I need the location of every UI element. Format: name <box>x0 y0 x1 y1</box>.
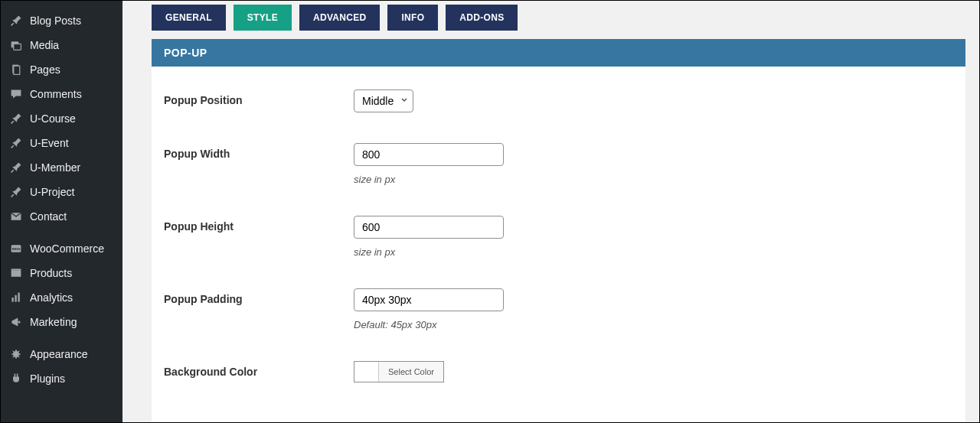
sidebar-item-label: Appearance <box>30 348 88 360</box>
sidebar-item-label: U-Course <box>30 112 76 125</box>
background-color-label: Background Color <box>164 361 354 378</box>
section-title: POP-UP <box>152 39 965 67</box>
popup-height-label: Popup Height <box>164 216 354 233</box>
select-color-button[interactable]: Select Color <box>379 362 443 382</box>
mail-icon <box>8 210 24 223</box>
svg-text:woo: woo <box>11 246 21 251</box>
popup-position-row: Popup Position Middle <box>164 89 953 112</box>
sidebar-item-label: Analytics <box>30 291 73 304</box>
svg-rect-1 <box>14 44 21 50</box>
sidebar-item-u-course[interactable]: U-Course <box>1 106 122 131</box>
settings-panel: POP-UP Popup Position Middle Popup <box>152 39 965 422</box>
popup-padding-hint: Default: 45px 30px <box>354 319 504 330</box>
sidebar-item-media[interactable]: Media <box>1 33 122 57</box>
sidebar-item-label: Contact <box>30 210 67 223</box>
sidebar-item-label: U-Event <box>30 137 69 149</box>
sidebar-item-analytics[interactable]: Analytics <box>1 285 122 310</box>
pin-icon <box>8 15 24 27</box>
svg-rect-12 <box>15 295 16 302</box>
main-content: GENERALSTYLEADVANCEDINFOADD-ONS POP-UP P… <box>122 1 979 422</box>
sidebar-item-contact[interactable]: Contact <box>1 204 122 229</box>
popup-height-input[interactable] <box>354 216 504 239</box>
sidebar-item-products[interactable]: Products <box>1 261 122 285</box>
pin-icon <box>8 161 24 174</box>
page-icon <box>8 63 24 76</box>
sidebar-item-label: Products <box>30 267 72 279</box>
sidebar-item-pages[interactable]: Pages <box>1 57 122 82</box>
sidebar-item-woocommerce[interactable]: wooWooCommerce <box>1 236 122 261</box>
pin-icon <box>8 186 24 198</box>
tab-info[interactable]: INFO <box>387 5 438 31</box>
background-color-row: Background Color Select Color <box>164 361 953 382</box>
settings-tabs: GENERALSTYLEADVANCEDINFOADD-ONS <box>122 1 979 35</box>
sidebar-item-label: Blog Posts <box>30 15 81 27</box>
sidebar-item-label: U-Member <box>30 161 80 174</box>
svg-rect-13 <box>18 293 19 302</box>
sidebar-item-u-project[interactable]: U-Project <box>1 180 122 204</box>
color-picker[interactable]: Select Color <box>354 361 444 382</box>
tab-add-ons[interactable]: ADD-ONS <box>446 5 518 31</box>
svg-rect-4 <box>14 66 20 74</box>
svg-point-14 <box>18 321 20 323</box>
sidebar-item-blog-posts[interactable]: Blog Posts <box>1 8 122 33</box>
analytics-icon <box>8 291 24 304</box>
sidebar-item-marketing[interactable]: Marketing <box>1 310 122 334</box>
sidebar-item-label: Comments <box>30 88 82 100</box>
popup-height-hint: size in px <box>354 246 504 258</box>
popup-width-hint: size in px <box>354 174 504 185</box>
svg-rect-9 <box>11 271 21 277</box>
popup-width-row: Popup Width size in px <box>164 143 953 185</box>
tab-style[interactable]: STYLE <box>234 5 292 31</box>
admin-sidebar: Blog PostsMediaPagesCommentsU-CourseU-Ev… <box>1 1 122 422</box>
sidebar-item-label: Media <box>30 39 59 51</box>
marketing-icon <box>8 316 24 328</box>
products-icon <box>8 267 24 279</box>
sidebar-item-u-member[interactable]: U-Member <box>1 155 122 180</box>
popup-position-select[interactable]: Middle <box>354 89 413 112</box>
sidebar-item-u-event[interactable]: U-Event <box>1 131 122 155</box>
comment-icon <box>8 88 24 100</box>
sidebar-item-label: Plugins <box>30 373 65 385</box>
media-icon <box>8 39 24 51</box>
sidebar-item-label: Marketing <box>30 316 77 328</box>
tab-general[interactable]: GENERAL <box>152 5 226 31</box>
pin-icon <box>8 137 24 149</box>
popup-width-input[interactable] <box>354 143 504 166</box>
appearance-icon <box>8 348 24 360</box>
color-swatch[interactable] <box>354 362 379 382</box>
plugin-icon <box>8 373 24 385</box>
sidebar-item-label: U-Project <box>30 186 74 198</box>
popup-padding-label: Popup Padding <box>164 288 354 305</box>
sidebar-item-comments[interactable]: Comments <box>1 82 122 106</box>
sidebar-item-label: Pages <box>30 63 60 76</box>
popup-form: Popup Position Middle Popup Width <box>152 67 965 390</box>
svg-rect-10 <box>11 268 21 270</box>
tab-advanced[interactable]: ADVANCED <box>299 5 381 31</box>
sidebar-item-plugins[interactable]: Plugins <box>1 366 122 391</box>
woo-icon: woo <box>8 242 24 255</box>
popup-width-label: Popup Width <box>164 143 354 160</box>
pin-icon <box>8 112 24 125</box>
popup-height-row: Popup Height size in px <box>164 216 953 258</box>
popup-padding-row: Popup Padding Default: 45px 30px <box>164 288 953 330</box>
svg-rect-11 <box>11 298 13 302</box>
sidebar-item-appearance[interactable]: Appearance <box>1 342 122 366</box>
popup-padding-input[interactable] <box>354 288 504 311</box>
popup-position-label: Popup Position <box>164 89 354 106</box>
sidebar-item-label: WooCommerce <box>30 242 104 255</box>
